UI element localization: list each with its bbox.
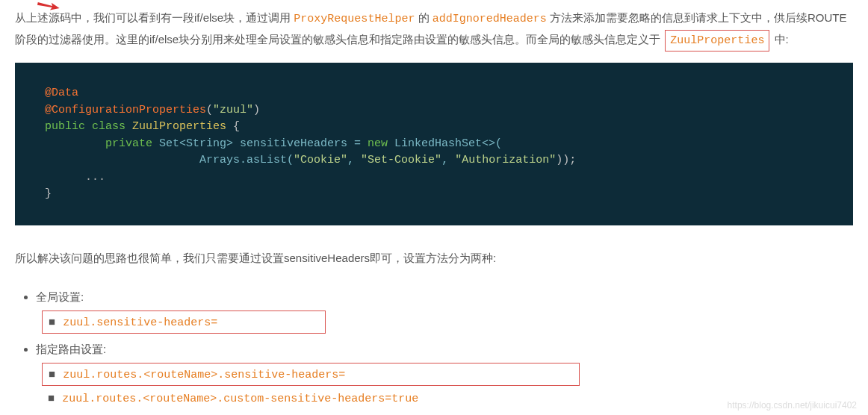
code-token: { bbox=[226, 120, 240, 133]
code-token: ... bbox=[45, 171, 105, 184]
code-token: "zuul" bbox=[213, 104, 253, 116]
config-box-global: ■ zuul.sensitive-headers= bbox=[42, 311, 326, 334]
code-token: new bbox=[368, 137, 388, 150]
code-block-zuulproperties: @Data @ConfigurationProperties("zuul") p… bbox=[15, 63, 853, 225]
config-code: zuul.routes.<routeName>.sensitive-header… bbox=[63, 369, 345, 381]
code-token: ( bbox=[206, 104, 213, 116]
code-token: @ConfigurationProperties bbox=[45, 104, 206, 116]
code-token: , bbox=[441, 154, 455, 166]
code-token: Arrays.asList( bbox=[45, 154, 294, 166]
bullet-icon: ■ bbox=[48, 391, 55, 404]
text-segment: 中: bbox=[771, 33, 788, 46]
code-token bbox=[45, 137, 105, 150]
text-segment: 的 bbox=[415, 11, 432, 24]
solution-paragraph: 所以解决该问题的思路也很简单，我们只需要通过设置sensitiveHeaders… bbox=[15, 248, 853, 268]
code-token: ) bbox=[253, 104, 260, 116]
code-token: "Authorization" bbox=[455, 154, 556, 166]
annotation-arrow bbox=[37, 1, 60, 10]
code-token: } bbox=[45, 187, 52, 200]
list-item-label: 指定路由设置: bbox=[36, 343, 106, 355]
list-item-global: 全局设置: ■ zuul.sensitive-headers= bbox=[36, 287, 853, 334]
code-token: , bbox=[347, 154, 361, 166]
config-box-route1: ■ zuul.routes.<routeName>.sensitive-head… bbox=[42, 363, 580, 386]
text-segment: 从上述源码中，我们可以看到有一段if/else块，通过调用 bbox=[15, 11, 294, 24]
settings-list: 全局设置: ■ zuul.sensitive-headers= 指定路由设置: … bbox=[36, 287, 853, 410]
code-token: Set<String> sensitiveHeaders = bbox=[152, 137, 368, 150]
code-inline-zuulproperties: ZuulProperties bbox=[665, 30, 769, 52]
watermark-text: https://blog.csdn.net/jikuicui7402 bbox=[728, 398, 857, 414]
code-token: "Set-Cookie" bbox=[361, 154, 441, 166]
code-token: class bbox=[92, 120, 125, 133]
code-token: )); bbox=[556, 154, 576, 166]
code-token: private bbox=[105, 137, 152, 150]
svg-marker-0 bbox=[37, 1, 60, 10]
code-token bbox=[125, 120, 132, 133]
bullet-icon: ■ bbox=[49, 367, 55, 380]
config-code: zuul.routes.<routeName>.custom-sensitive… bbox=[62, 393, 418, 405]
code-token bbox=[85, 120, 92, 133]
config-code: zuul.sensitive-headers= bbox=[63, 316, 217, 329]
code-inline-addignoredheaders: addIgnoredHeaders bbox=[433, 13, 547, 25]
code-token: @Data bbox=[45, 87, 78, 99]
code-inline-proxyrequesthelper: ProxyRequestHelper bbox=[294, 13, 415, 25]
code-token: public bbox=[45, 120, 85, 133]
code-token: LinkedHashSet<>( bbox=[388, 137, 502, 150]
list-item-label: 全局设置: bbox=[36, 290, 84, 303]
intro-paragraph: 从上述源码中，我们可以看到有一段if/else块，通过调用 ProxyReque… bbox=[15, 7, 853, 52]
code-token: "Cookie" bbox=[294, 154, 347, 166]
code-token: ZuulProperties bbox=[132, 120, 226, 133]
bullet-icon: ■ bbox=[49, 315, 55, 328]
